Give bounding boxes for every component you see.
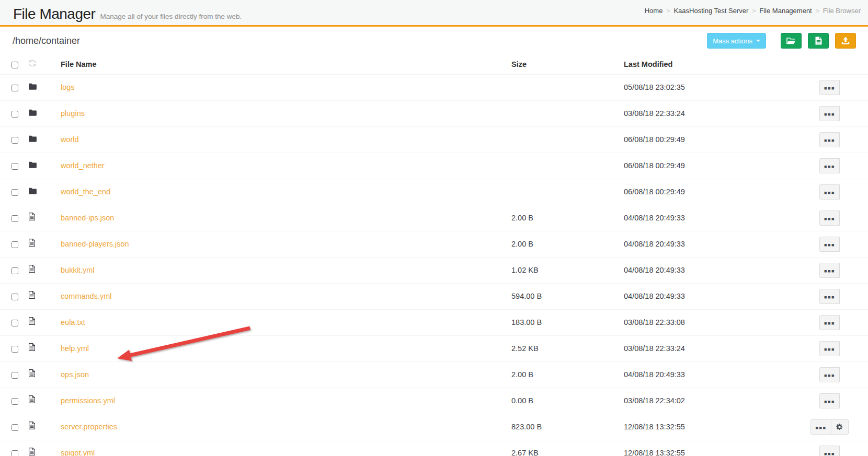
- ellipsis-icon: ■■■: [824, 215, 835, 221]
- file-modified: 04/08/18 20:49:33: [620, 205, 803, 231]
- ellipsis-icon: ■■■: [824, 371, 835, 378]
- create-folder-button[interactable]: [781, 33, 802, 49]
- file-link[interactable]: spigot.yml: [61, 449, 95, 456]
- select-all-checkbox[interactable]: [12, 62, 18, 68]
- file-link[interactable]: permissions.yml: [61, 396, 115, 405]
- column-file-name: File Name: [53, 55, 507, 74]
- file-link[interactable]: banned-players.json: [61, 240, 129, 248]
- file-size: 2.00 B: [507, 205, 620, 231]
- folder-link[interactable]: logs: [61, 83, 75, 91]
- row-actions-button[interactable]: ■■■: [819, 184, 840, 200]
- row-actions-button[interactable]: ■■■: [819, 289, 840, 304]
- breadcrumb-separator: >: [816, 7, 819, 15]
- table-row: plugins 03/08/18 22:33:24 ■■■: [0, 101, 868, 127]
- file-manager-panel: /home/container Mass actions: [0, 25, 868, 456]
- row-actions-button[interactable]: ■■■: [819, 158, 840, 173]
- row-checkbox[interactable]: [12, 163, 18, 170]
- table-row: ops.json 2.00 B 04/08/18 20:49:33 ■■■: [0, 362, 868, 388]
- file-icon: [29, 370, 35, 379]
- table-row: server.properties 823.00 B 12/08/18 13:3…: [0, 414, 868, 440]
- row-actions-button[interactable]: ■■■: [819, 393, 840, 408]
- ellipsis-icon: ■■■: [824, 110, 835, 117]
- file-modified: 05/08/18 23:02:35: [620, 74, 803, 101]
- file-icon: [29, 266, 35, 274]
- folder-link[interactable]: world_nether: [61, 161, 105, 170]
- file-modified: 12/08/18 13:32:55: [620, 414, 803, 440]
- row-actions-button[interactable]: ■■■: [810, 419, 831, 435]
- row-checkbox[interactable]: [12, 294, 18, 300]
- row-actions-button[interactable]: ■■■: [819, 106, 840, 121]
- table-row: banned-ips.json 2.00 B 04/08/18 20:49:33…: [0, 205, 868, 231]
- mass-actions-button[interactable]: Mass actions: [707, 33, 766, 49]
- row-actions-button[interactable]: ■■■: [819, 341, 840, 356]
- row-checkbox[interactable]: [12, 241, 18, 248]
- folder-icon: [29, 161, 37, 170]
- row-actions-button[interactable]: ■■■: [819, 263, 840, 278]
- ellipsis-icon: ■■■: [815, 424, 826, 430]
- row-checkbox[interactable]: [12, 450, 18, 456]
- table-row: commands.yml 594.00 B 04/08/18 20:49:33 …: [0, 284, 868, 310]
- file-icon: [29, 396, 35, 405]
- row-checkbox[interactable]: [12, 215, 18, 222]
- ellipsis-icon: ■■■: [824, 450, 835, 456]
- file-size: 183.00 B: [507, 310, 620, 336]
- table-row: eula.txt 183.00 B 03/08/18 22:33:08 ■■■: [0, 310, 868, 336]
- file-size: 2.52 KB: [507, 336, 620, 362]
- row-checkbox[interactable]: [12, 85, 18, 91]
- table-row: logs 05/08/18 23:02:35 ■■■: [0, 74, 868, 101]
- file-size: [507, 74, 620, 101]
- ellipsis-icon: ■■■: [824, 241, 835, 248]
- folder-link[interactable]: world: [61, 135, 79, 144]
- row-checkbox[interactable]: [12, 398, 18, 405]
- file-link[interactable]: server.properties: [61, 423, 117, 431]
- file-size: 823.00 B: [507, 414, 620, 440]
- row-actions-button[interactable]: ■■■: [819, 315, 840, 330]
- page-subtitle: Manage all of your files directly from t…: [100, 13, 242, 20]
- file-modified: 03/08/18 22:33:08: [620, 310, 803, 336]
- ellipsis-icon: ■■■: [824, 84, 835, 91]
- file-link[interactable]: ops.json: [61, 370, 89, 379]
- row-actions-button[interactable]: ■■■: [819, 132, 840, 147]
- folder-link[interactable]: world_the_end: [61, 188, 110, 196]
- row-checkbox[interactable]: [12, 137, 18, 144]
- file-modified: 03/08/18 22:33:24: [620, 101, 803, 127]
- table-row: world_the_end 06/08/18 00:29:49 ■■■: [0, 179, 868, 205]
- file-icon: [29, 318, 35, 326]
- breadcrumb-separator: >: [666, 7, 670, 15]
- breadcrumb-item[interactable]: Home: [645, 7, 663, 15]
- file-link[interactable]: eula.txt: [61, 318, 85, 326]
- row-checkbox[interactable]: [12, 320, 18, 326]
- file-link[interactable]: bukkit.yml: [61, 266, 94, 274]
- upload-button[interactable]: [835, 33, 856, 49]
- file-table: File Name Size Last Modified logs 05/08/…: [0, 55, 868, 456]
- breadcrumb-item[interactable]: KaasHosting Test Server: [673, 7, 748, 15]
- file-modified: 04/08/18 20:49:33: [620, 258, 803, 284]
- file-link[interactable]: banned-ips.json: [61, 214, 114, 222]
- breadcrumb-item[interactable]: File Management: [759, 7, 812, 15]
- row-checkbox[interactable]: [12, 346, 18, 353]
- new-file-icon: [815, 37, 822, 45]
- row-actions-button[interactable]: ■■■: [819, 367, 840, 382]
- row-checkbox[interactable]: [12, 111, 18, 118]
- row-settings-button[interactable]: [831, 419, 849, 435]
- create-file-button[interactable]: [808, 33, 829, 49]
- folder-link[interactable]: plugins: [61, 109, 85, 118]
- row-actions-button[interactable]: ■■■: [819, 80, 840, 95]
- mass-actions-label: Mass actions: [713, 37, 752, 45]
- file-icon: [29, 423, 35, 431]
- file-size: 594.00 B: [507, 284, 620, 310]
- refresh-icon[interactable]: [29, 60, 36, 67]
- ellipsis-icon: ■■■: [824, 397, 835, 404]
- row-actions-button[interactable]: ■■■: [819, 446, 840, 456]
- row-checkbox[interactable]: [12, 424, 18, 431]
- row-actions-button[interactable]: ■■■: [819, 211, 840, 226]
- row-checkbox[interactable]: [12, 189, 18, 196]
- row-checkbox[interactable]: [12, 267, 18, 274]
- file-link[interactable]: help.yml: [61, 344, 89, 353]
- current-path: /home/container: [13, 36, 80, 46]
- row-actions-button[interactable]: ■■■: [819, 237, 840, 252]
- file-size: 2.67 KB: [507, 440, 620, 456]
- file-link[interactable]: commands.yml: [61, 292, 112, 300]
- page-title: File Manager: [13, 6, 95, 22]
- row-checkbox[interactable]: [12, 372, 18, 379]
